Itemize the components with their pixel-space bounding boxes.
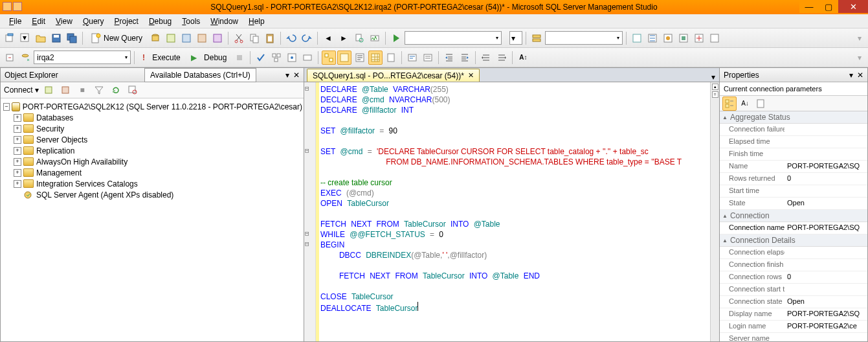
increase-indent-icon[interactable] [495, 51, 509, 65]
decrease-indent-icon[interactable] [479, 51, 493, 65]
expand-icon[interactable]: + [14, 136, 21, 144]
expand-icon[interactable]: + [14, 147, 21, 155]
undo-icon[interactable] [284, 31, 298, 45]
expand-icon[interactable]: + [14, 169, 21, 177]
prop-category[interactable]: ▲Aggregate Status [720, 111, 867, 124]
outline-collapse-icon[interactable]: ⊟ [305, 84, 309, 93]
tree-root[interactable]: − PORT-PORTEGA2\SQL2K12 (SQL Server 11.0… [2, 101, 302, 112]
cancel-query-icon[interactable] [232, 51, 247, 65]
intellisense-icon[interactable] [300, 51, 315, 65]
prop-row[interactable]: Connection namePORT-PORTEGA2\SQ [720, 222, 867, 234]
menu-debug[interactable]: Debug [144, 15, 177, 28]
tool-3-icon[interactable] [661, 31, 675, 45]
copy-icon[interactable] [247, 31, 262, 45]
analysis-query-icon[interactable] [164, 31, 178, 45]
tool-4-icon[interactable] [676, 31, 691, 45]
prop-row[interactable]: Start time [720, 185, 867, 198]
prop-row[interactable]: Server name [720, 333, 867, 341]
prop-row[interactable]: Connection elapse [720, 247, 867, 259]
menu-query[interactable]: Query [78, 15, 109, 28]
tree-node[interactable]: +Integration Services Catalogs [2, 178, 302, 189]
paste-icon[interactable] [263, 31, 277, 45]
code-editor[interactable]: DECLARE @Table VARCHAR(255) DECLARE @cmd… [319, 82, 710, 341]
results-to-file-icon[interactable] [384, 51, 398, 65]
results-to-text-icon[interactable] [353, 51, 367, 65]
expand-icon[interactable]: + [14, 180, 21, 188]
tool-5-icon[interactable] [692, 31, 706, 45]
alphabetical-icon[interactable]: A↓ [738, 97, 752, 111]
find-icon[interactable] [352, 31, 366, 45]
oe-disconnect-icon[interactable] [58, 83, 72, 97]
property-pages-icon[interactable] [753, 97, 768, 111]
connect-dropdown[interactable]: Connect ▾ [4, 86, 39, 95]
prop-row[interactable]: Finish time [720, 148, 867, 161]
prop-row[interactable]: Elapsed time [720, 136, 867, 148]
database-combo[interactable]: irqa2▾ [34, 51, 131, 64]
prop-row[interactable]: Rows returned0 [720, 173, 867, 185]
query-options-icon[interactable] [285, 51, 299, 65]
oe-connect-icon[interactable] [41, 83, 56, 97]
new-query-button[interactable]: New Query [86, 31, 147, 45]
panel-close-icon[interactable]: ✕ [293, 71, 300, 80]
menu-help[interactable]: Help [243, 15, 270, 28]
new-item-dropdown-icon[interactable]: ▾ [18, 31, 32, 45]
connect-icon[interactable] [3, 51, 17, 65]
prop-row[interactable]: Connection finish [720, 259, 867, 271]
prop-row[interactable]: Connection failure [720, 124, 867, 136]
properties-grid[interactable]: ▲Aggregate Status Connection failure Ela… [720, 111, 867, 341]
prop-row[interactable]: Connection stateOpen [720, 296, 867, 308]
prop-category[interactable]: ▲Connection [720, 210, 867, 222]
outline-collapse-icon[interactable]: ⊟ [305, 229, 309, 238]
close-button[interactable]: ✕ [838, 0, 868, 13]
maximize-button[interactable]: ▢ [819, 0, 838, 13]
menu-project[interactable]: Project [109, 15, 144, 28]
tab-close-icon[interactable]: ✕ [468, 71, 474, 80]
menu-edit[interactable]: Edit [27, 15, 50, 28]
save-icon[interactable] [49, 31, 63, 45]
pin-icon[interactable]: ▾ [285, 71, 289, 80]
collapse-icon[interactable]: − [3, 103, 10, 111]
database-engine-query-icon[interactable] [148, 31, 162, 45]
indent-icon[interactable] [442, 51, 456, 65]
tool-2-icon[interactable] [645, 31, 660, 45]
nav-back-icon[interactable]: ◄ [321, 31, 335, 45]
split-up-icon[interactable]: ▴ [712, 84, 718, 90]
estimated-plan-icon[interactable] [269, 51, 284, 65]
menu-view[interactable]: View [50, 15, 78, 28]
dmx-query-icon[interactable] [195, 31, 209, 45]
prop-row[interactable]: NamePORT-PORTEGA2\SQ [720, 161, 867, 173]
debug-button[interactable]: ▶ Debug [186, 51, 232, 65]
menu-window[interactable]: Window [205, 15, 243, 28]
save-all-icon[interactable] [65, 31, 79, 45]
categorized-icon[interactable] [722, 97, 737, 111]
activity-monitor-icon[interactable] [368, 31, 382, 45]
oe-stop-icon[interactable]: ■ [75, 83, 89, 97]
prop-row[interactable]: Connection rows0 [720, 271, 867, 284]
solution-combo2[interactable]: ▾ [545, 31, 623, 45]
menu-file[interactable]: File [4, 15, 27, 28]
minimize-button[interactable]: — [799, 0, 819, 13]
parse-icon[interactable] [254, 51, 268, 65]
results-to-grid-icon[interactable] [368, 51, 383, 65]
redo-icon[interactable] [300, 31, 314, 45]
tree-node[interactable]: +Security [2, 123, 302, 134]
menu-tools[interactable]: Tools [177, 15, 205, 28]
outdent-icon[interactable] [458, 51, 472, 65]
expand-icon[interactable]: + [14, 114, 21, 122]
config-button[interactable]: ▾ [509, 31, 522, 45]
registered-servers-icon[interactable] [529, 31, 544, 45]
split-handle-icon[interactable]: = [712, 91, 718, 98]
tree-node[interactable]: +Server Objects [2, 134, 302, 145]
new-project-icon[interactable] [3, 31, 17, 45]
prop-row[interactable]: Connection start t [720, 284, 867, 296]
tree-node[interactable]: +Management [2, 167, 302, 178]
play-icon[interactable] [389, 31, 403, 45]
expand-icon[interactable]: + [14, 125, 21, 133]
object-explorer-tree[interactable]: − PORT-PORTEGA2\SQL2K12 (SQL Server 11.0… [1, 98, 304, 341]
prop-row[interactable]: Display namePORT-PORTEGA2\SQ [720, 308, 867, 321]
open-icon[interactable] [34, 31, 48, 45]
tree-node-agent[interactable]: SQL Server Agent (Agent XPs disabled) [2, 189, 302, 200]
change-connection-icon[interactable] [18, 51, 32, 65]
specify-template-icon[interactable]: A↕ [516, 51, 530, 65]
outline-collapse-icon[interactable]: ⊟ [305, 240, 309, 248]
